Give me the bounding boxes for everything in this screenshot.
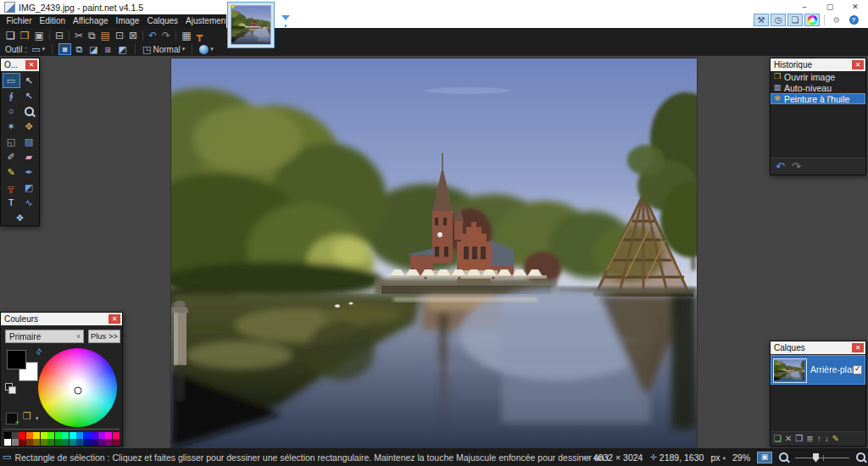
palette-swatch[interactable] bbox=[41, 432, 47, 439]
menu-item-image[interactable]: Image bbox=[112, 14, 143, 28]
tool-line-curve[interactable]: ∿ bbox=[20, 195, 38, 210]
tool-lasso-select[interactable]: ∮ bbox=[3, 88, 20, 103]
palette-swatch[interactable] bbox=[4, 439, 11, 446]
palette-swatch[interactable] bbox=[113, 439, 120, 446]
menu-item-fichier[interactable]: Fichier bbox=[3, 14, 36, 28]
tool-shapes[interactable]: ❖ bbox=[3, 210, 38, 225]
swap-colors-icon[interactable]: ⇄ bbox=[34, 347, 44, 357]
duplicate-layer-button[interactable]: ❐ bbox=[795, 435, 803, 443]
palette-swatch[interactable] bbox=[62, 439, 69, 446]
selection-mode-replace[interactable]: ■ bbox=[58, 43, 71, 55]
reset-colors-icon[interactable] bbox=[5, 383, 13, 391]
selection-mode-xor[interactable]: ◩ bbox=[116, 43, 129, 55]
palette-swatch[interactable] bbox=[41, 439, 47, 446]
move-layer-up-button[interactable]: ↑ bbox=[817, 435, 821, 443]
print-button[interactable]: ⊟ bbox=[53, 29, 66, 42]
palette-swatch[interactable] bbox=[84, 432, 91, 439]
tool-clone-stamp[interactable]: ╦ bbox=[3, 180, 20, 195]
tool-paintbrush[interactable]: ✐ bbox=[3, 149, 20, 164]
palette-swatch[interactable] bbox=[26, 439, 33, 446]
more-colors-button[interactable]: Plus >> bbox=[88, 330, 120, 343]
palette-swatch[interactable] bbox=[70, 432, 76, 439]
palette-swatch[interactable] bbox=[33, 439, 40, 446]
selection-mode-subtract[interactable]: ◪ bbox=[87, 43, 100, 55]
canvas-image[interactable] bbox=[171, 58, 697, 448]
colors-window-titlebar[interactable]: Couleurs ✕ bbox=[1, 313, 122, 325]
palette-swatch[interactable] bbox=[105, 432, 112, 439]
tool-recolor[interactable]: ◩ bbox=[20, 180, 38, 195]
flood-mode-dropdown[interactable]: ◳ Normal ▾ bbox=[141, 43, 186, 55]
palette-swatch[interactable] bbox=[47, 439, 54, 446]
palette-menu-icon[interactable]: ❒ bbox=[23, 411, 31, 422]
history-window-titlebar[interactable]: Historique ✕ bbox=[771, 58, 865, 71]
menu-item-calques[interactable]: Calques bbox=[143, 14, 182, 28]
grid-button[interactable]: ▦ bbox=[179, 29, 193, 42]
palette-swatch[interactable] bbox=[98, 439, 105, 446]
palette-swatch[interactable] bbox=[76, 432, 83, 439]
tool-eraser[interactable]: ▰ bbox=[20, 149, 38, 164]
color-target-select[interactable]: Primaire ∨ bbox=[5, 330, 84, 343]
fit-to-window-button[interactable]: ▣ bbox=[757, 452, 772, 463]
tool-ellipse-select[interactable]: ○ bbox=[3, 103, 20, 119]
palette-swatch[interactable] bbox=[105, 439, 112, 446]
new-file-button[interactable]: ❏ bbox=[3, 29, 18, 42]
help-button[interactable]: ? bbox=[846, 14, 861, 26]
tool-color-picker[interactable]: ✒ bbox=[20, 164, 38, 180]
palette-swatch[interactable] bbox=[76, 439, 83, 446]
units-dropdown[interactable]: px ▴ bbox=[710, 452, 726, 463]
palette-swatch[interactable] bbox=[4, 432, 11, 439]
tool-pencil[interactable]: ✎ bbox=[3, 164, 20, 180]
close-icon[interactable]: ✕ bbox=[852, 343, 864, 352]
palette-swatch[interactable] bbox=[70, 439, 76, 446]
color-wheel[interactable] bbox=[38, 348, 117, 427]
selection-mode-intersect[interactable]: ⧈ bbox=[102, 43, 114, 55]
palette-swatch[interactable] bbox=[113, 432, 120, 439]
palette-swatch[interactable] bbox=[91, 439, 97, 446]
tool-paint-bucket[interactable]: ◱ bbox=[3, 134, 20, 149]
close-icon[interactable]: ✕ bbox=[852, 60, 864, 69]
layers-window-titlebar[interactable]: Calques ✕ bbox=[771, 341, 865, 354]
close-icon[interactable]: ✕ bbox=[25, 60, 37, 69]
tools-window-toggle[interactable]: ⚒ bbox=[754, 14, 769, 26]
palette-swatch[interactable] bbox=[98, 432, 105, 439]
zoom-in-icon[interactable] bbox=[856, 452, 865, 462]
zoom-slider[interactable] bbox=[795, 452, 849, 463]
primary-color-swatch[interactable] bbox=[7, 350, 26, 369]
undo-icon[interactable]: ↶ bbox=[776, 161, 785, 172]
paste-button[interactable]: ▤ bbox=[98, 29, 113, 42]
tool-text[interactable]: T bbox=[3, 195, 20, 210]
palette-swatch[interactable] bbox=[19, 439, 25, 446]
layer-properties-button[interactable]: ✎ bbox=[832, 435, 839, 443]
copy-button[interactable]: ⧉ bbox=[86, 29, 98, 42]
tool-magic-wand[interactable]: ✶ bbox=[3, 119, 20, 134]
settings-button[interactable]: ⚙ bbox=[829, 14, 844, 26]
image-list-dropdown-icon[interactable] bbox=[281, 15, 290, 20]
palette-swatch[interactable] bbox=[33, 432, 40, 439]
tool-gradient[interactable]: ▨ bbox=[20, 134, 38, 149]
palette-swatch[interactable] bbox=[47, 432, 54, 439]
close-icon[interactable]: ✕ bbox=[108, 314, 120, 324]
move-layer-down-button[interactable]: ↓ bbox=[825, 435, 829, 443]
redo-icon[interactable]: ↷ bbox=[792, 161, 801, 172]
open-file-button[interactable]: ❒ bbox=[18, 29, 32, 42]
palette-swatch[interactable] bbox=[55, 432, 62, 439]
cut-button[interactable]: ✂ bbox=[72, 29, 86, 42]
tool-move-selection[interactable]: ↖ bbox=[20, 88, 38, 103]
history-item[interactable]: ✾Peinture à l'huile bbox=[771, 93, 865, 104]
layers-window-toggle[interactable]: ❏ bbox=[787, 14, 803, 26]
color-wheel-selector[interactable] bbox=[74, 387, 81, 395]
selection-mode-union[interactable]: ⧉ bbox=[73, 43, 86, 55]
add-to-palette-icon[interactable] bbox=[6, 413, 18, 424]
palette-swatch[interactable] bbox=[12, 439, 19, 446]
save-button[interactable]: ▣ bbox=[32, 29, 47, 42]
palette-swatch[interactable] bbox=[91, 432, 97, 439]
palette-swatch[interactable] bbox=[26, 432, 33, 439]
zoom-slider-thumb[interactable] bbox=[813, 453, 819, 463]
palette-swatch[interactable] bbox=[55, 439, 62, 446]
history-window-toggle[interactable]: ◷ bbox=[771, 14, 786, 26]
palette-swatch[interactable] bbox=[19, 432, 25, 439]
menu-item-affichage[interactable]: Affichage bbox=[70, 14, 113, 28]
current-tool-dropdown[interactable]: ▭ ▾ bbox=[30, 43, 47, 55]
history-item[interactable]: ❒Ouvrir image bbox=[771, 71, 865, 82]
tool-rectangle-select[interactable]: ▭ bbox=[3, 73, 20, 88]
